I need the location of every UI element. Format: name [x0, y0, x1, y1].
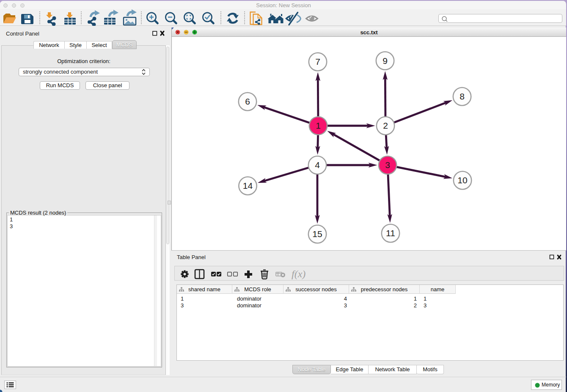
- svg-text:14: 14: [243, 181, 253, 190]
- svg-text:1: 1: [316, 121, 321, 130]
- svg-text:4: 4: [315, 160, 320, 170]
- svg-text:15: 15: [312, 229, 322, 239]
- svg-text:7: 7: [315, 57, 320, 66]
- svg-text:2: 2: [383, 121, 388, 130]
- svg-text:10: 10: [457, 175, 467, 185]
- svg-text:6: 6: [245, 97, 250, 106]
- svg-text:11: 11: [386, 228, 395, 238]
- svg-text:f(x): f(x): [292, 268, 306, 279]
- svg-text:8: 8: [460, 91, 465, 101]
- svg-text:9: 9: [383, 56, 388, 66]
- svg-text:3: 3: [385, 160, 390, 170]
